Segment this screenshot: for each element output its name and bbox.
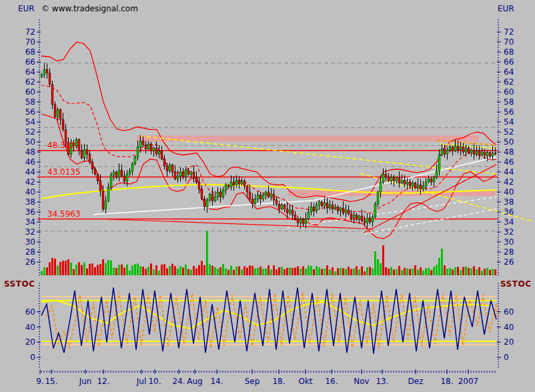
stoch-panel xyxy=(41,287,496,353)
svg-text:40: 40 xyxy=(504,187,514,197)
svg-text:14.: 14. xyxy=(210,377,223,386)
svg-text:Dez: Dez xyxy=(408,377,424,386)
svg-text:60: 60 xyxy=(25,307,35,317)
svg-text:Jul: Jul xyxy=(136,377,146,386)
svg-text:66: 66 xyxy=(504,57,514,67)
svg-text:52: 52 xyxy=(504,127,514,137)
svg-text:0: 0 xyxy=(504,353,509,362)
svg-text:64: 64 xyxy=(25,67,35,77)
svg-text:24.: 24. xyxy=(172,377,185,386)
svg-text:30: 30 xyxy=(504,237,514,247)
date-axis: 9.15.Jun12.Jul10.24.Aug14.Sep18.Okt16.No… xyxy=(36,369,495,386)
svg-text:56: 56 xyxy=(25,107,35,117)
svg-text:50: 50 xyxy=(25,137,35,147)
stoch-axis: 60604040202000 xyxy=(25,283,514,367)
svg-text:44: 44 xyxy=(25,167,35,177)
svg-text:30: 30 xyxy=(25,237,35,247)
svg-text:38: 38 xyxy=(25,197,35,207)
svg-text:60: 60 xyxy=(504,87,514,97)
svg-text:18.: 18. xyxy=(272,377,285,386)
svg-text:70: 70 xyxy=(504,37,514,47)
svg-text:10.: 10. xyxy=(148,377,161,386)
svg-text:20: 20 xyxy=(25,337,35,347)
svg-text:36: 36 xyxy=(504,207,514,217)
svg-text:68: 68 xyxy=(25,47,35,57)
currency-label-right: EUR xyxy=(498,4,514,13)
svg-text:46: 46 xyxy=(25,157,35,167)
svg-text:42: 42 xyxy=(25,177,35,187)
svg-text:15.: 15. xyxy=(45,377,57,386)
svg-text:28: 28 xyxy=(25,247,35,257)
highlight-bands xyxy=(137,135,495,196)
volume-bars xyxy=(41,231,496,275)
chart-canvas: 7272707068686666646462626060585856565454… xyxy=(0,0,535,392)
svg-text:68: 68 xyxy=(504,47,514,57)
svg-text:40: 40 xyxy=(25,323,35,332)
svg-text:40: 40 xyxy=(504,323,514,332)
svg-text:38: 38 xyxy=(504,197,514,207)
svg-text:13.: 13. xyxy=(376,377,388,386)
price-axis: 7272707068686666646462626060585856565454… xyxy=(25,20,514,275)
svg-text:18.: 18. xyxy=(440,377,453,386)
stoch-panel-label-right: SSTOC xyxy=(500,279,531,289)
svg-text:26: 26 xyxy=(25,257,35,267)
price-level-label-3: 34.5963 xyxy=(47,209,81,219)
svg-text:62: 62 xyxy=(25,77,35,87)
svg-text:16.: 16. xyxy=(325,377,338,386)
svg-text:9.: 9. xyxy=(36,377,43,386)
svg-text:60: 60 xyxy=(25,87,35,97)
svg-text:26: 26 xyxy=(504,257,514,267)
svg-text:36: 36 xyxy=(25,207,35,217)
svg-text:0: 0 xyxy=(30,353,35,362)
svg-text:42: 42 xyxy=(504,177,514,187)
svg-text:50: 50 xyxy=(504,137,514,147)
price-level-label-1: 48.3027 xyxy=(47,141,81,150)
svg-text:Jun: Jun xyxy=(79,377,92,386)
svg-text:72: 72 xyxy=(504,27,514,37)
svg-text:34: 34 xyxy=(504,217,514,227)
svg-text:Sep: Sep xyxy=(245,377,260,386)
svg-text:2007: 2007 xyxy=(458,377,479,386)
svg-text:32: 32 xyxy=(25,227,35,237)
svg-text:32: 32 xyxy=(504,227,514,237)
stoch-panel-label-left: SSTOC xyxy=(4,279,35,289)
svg-text:48: 48 xyxy=(504,147,514,157)
svg-text:44: 44 xyxy=(504,167,514,177)
svg-text:40: 40 xyxy=(25,187,35,197)
svg-text:46: 46 xyxy=(504,157,514,167)
svg-text:58: 58 xyxy=(25,97,35,107)
svg-text:52: 52 xyxy=(25,127,35,137)
svg-text:20: 20 xyxy=(504,337,514,347)
svg-text:58: 58 xyxy=(504,97,514,107)
svg-text:48: 48 xyxy=(25,147,35,157)
svg-text:66: 66 xyxy=(25,57,35,67)
svg-text:28: 28 xyxy=(504,247,514,257)
svg-text:Aug: Aug xyxy=(187,377,202,386)
svg-text:34: 34 xyxy=(25,217,35,227)
svg-text:54: 54 xyxy=(504,117,514,127)
price-level-label-2: 43.0135 xyxy=(47,167,81,177)
svg-text:62: 62 xyxy=(504,77,514,87)
svg-text:12.: 12. xyxy=(97,377,109,386)
svg-text:54: 54 xyxy=(25,117,35,127)
svg-text:Okt: Okt xyxy=(298,377,312,386)
svg-text:72: 72 xyxy=(25,27,35,37)
svg-text:64: 64 xyxy=(504,67,514,77)
svg-text:60: 60 xyxy=(504,307,514,317)
copyright-text: © www.tradesignal.com xyxy=(41,4,138,13)
svg-text:56: 56 xyxy=(504,107,514,117)
currency-label-left: EUR xyxy=(18,4,35,13)
chart-window: 7272707068686666646462626060585856565454… xyxy=(0,0,535,392)
svg-text:70: 70 xyxy=(25,37,35,47)
svg-text:Nov: Nov xyxy=(354,377,369,386)
